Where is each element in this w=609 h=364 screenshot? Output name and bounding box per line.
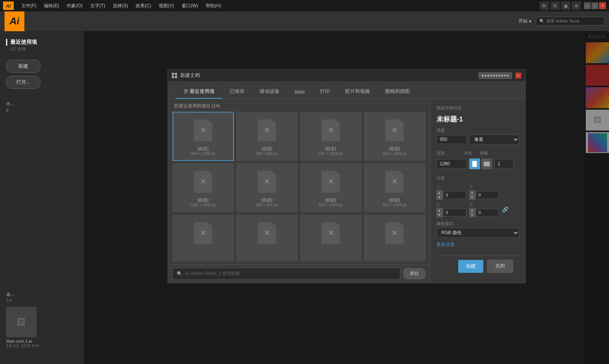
modal-close-x-button[interactable]: × <box>515 72 521 78</box>
main-toolbar: Ai 开始 ▾ 🔍 搜索 Adobe Stock <box>0 11 609 31</box>
bleed-left-stepper: ▲ ▼ <box>436 208 443 217</box>
modal-close-button[interactable]: 关闭 <box>487 260 513 273</box>
tab-illustration[interactable]: 图稿和插图 <box>377 85 417 99</box>
bleed-bottom-input[interactable] <box>476 191 499 199</box>
bleed-top-down[interactable]: ▼ <box>436 195 443 200</box>
template-item-1[interactable]: ✕ [自定] 800 × 800 px <box>236 112 298 161</box>
landscape-button[interactable] <box>481 158 492 169</box>
tab-print[interactable]: 打印 <box>312 85 337 99</box>
modal-title-left: 新建文档 <box>172 72 200 79</box>
template-item-4[interactable]: ✕ [自定] 1200 × 1500 px <box>173 163 234 212</box>
width-row: 像素 <box>436 134 519 144</box>
more-settings-link[interactable]: 更多设置 <box>436 241 519 248</box>
menu-edit[interactable]: 编辑(E) <box>41 2 62 10</box>
svg-rect-0 <box>472 161 477 167</box>
title-bar-right: Br St ▦ ⚙ ─ □ ✕ <box>540 2 606 10</box>
template-label-1: [自定] <box>262 146 272 152</box>
template-size-7: 900 × 1266 px <box>382 203 407 207</box>
template-item-6[interactable]: ✕ [自定] 880 × 1244 px <box>300 163 362 212</box>
stock-search-input[interactable]: 🔍 在 Adobe Stock 上查找模板 <box>173 268 400 279</box>
title-bar: Ai 文件(F) 编辑(E) 对象(O) 文字(T) 选择(S) 效果(C) 视… <box>0 0 609 11</box>
bleed-bottom-up[interactable]: ▲ <box>469 190 475 195</box>
bleed-right-down[interactable]: ▼ <box>469 212 475 217</box>
template-size-5: 690 × 920 px <box>256 203 278 207</box>
bleed-link-icon[interactable]: 🔗 <box>502 206 508 212</box>
bleed-left-down[interactable]: ▼ <box>436 212 443 217</box>
tab-web[interactable]: Web <box>287 86 313 99</box>
start-label: 开始 <box>518 18 527 24</box>
tab-saved[interactable]: 已保存 <box>222 85 252 99</box>
template-item-0[interactable]: ✕ [自定] 950 × 1280 px <box>173 112 234 161</box>
tab-film[interactable]: 胶片和视频 <box>337 85 377 99</box>
template-item-5[interactable]: ✕ [自定] 690 × 920 px <box>236 163 298 212</box>
template-label-6: [自定] <box>325 197 336 203</box>
bleed-left-input[interactable] <box>443 209 466 216</box>
tab-web-label: Web <box>295 89 305 95</box>
sidebar: 最近使用项 CC 文件 新建 打开... 未... 2 金... 5月 🖼 3l… <box>0 31 84 364</box>
open-button[interactable]: 打开... <box>6 76 40 89</box>
menu-object[interactable]: 对象(O) <box>64 2 85 10</box>
template-icon-9: ✕ <box>256 220 278 246</box>
template-item-10[interactable]: ✕ <box>300 214 362 261</box>
template-label-2: [自定] <box>325 146 336 152</box>
width-input[interactable] <box>436 135 467 144</box>
template-item-2[interactable]: ✕ [自定] 720 × 1028 px <box>300 112 362 161</box>
tab-recent[interactable]: ⏱ 最近使用项 <box>176 85 222 99</box>
template-size-0: 950 × 1280 px <box>191 152 215 156</box>
new-button[interactable]: 新建 <box>6 60 40 73</box>
menu-effect[interactable]: 效果(C) <box>133 2 154 10</box>
adobe-stock-search[interactable]: 🔍 搜索 Adobe Stock <box>536 17 604 26</box>
menu-help[interactable]: 帮助(H) <box>203 2 224 10</box>
tab-mobile[interactable]: 移动设备 <box>252 85 287 99</box>
template-item-9[interactable]: ✕ <box>236 214 298 261</box>
minimize-button[interactable]: ─ <box>584 2 591 9</box>
goto-button[interactable]: 前往 <box>403 268 425 279</box>
menu-text[interactable]: 文字(T) <box>87 2 108 10</box>
app-close-button[interactable]: ✕ <box>599 2 606 9</box>
bleed-bottom-down[interactable]: ▼ <box>469 195 475 200</box>
template-item-8[interactable]: ✕ <box>173 214 234 261</box>
template-item-11[interactable]: ✕ <box>364 214 425 261</box>
template-label-3: [自定] <box>389 146 400 152</box>
unit-select[interactable]: 像素 <box>469 134 519 144</box>
bleed-top-up[interactable]: ▲ <box>436 190 443 195</box>
sidebar-recent-item-1[interactable]: 未... <box>6 101 78 107</box>
bleed-right-up[interactable]: ▲ <box>469 208 475 212</box>
color-mode-row: RGB 颜色 <box>436 228 519 238</box>
template-item-3[interactable]: ✕ [自定] 950 × 1449 px <box>364 112 425 161</box>
search-icon: 🔍 <box>539 19 545 24</box>
sidebar-bottom-item: 金... <box>6 291 14 298</box>
menu-select[interactable]: 选择(S) <box>110 2 131 10</box>
template-search-bar: 🔍 在 Adobe Stock 上查找模板 前往 <box>168 264 430 283</box>
bleed-section: 出血 上 ▲ ▼ <box>436 175 519 217</box>
artboard-input[interactable] <box>494 159 513 168</box>
bleed-right-input[interactable] <box>476 209 499 216</box>
portrait-button[interactable] <box>469 158 480 169</box>
sidebar-recent-item-2[interactable]: 2 <box>6 108 78 113</box>
document-name: 未标题-1 <box>436 115 519 124</box>
bleed-top-label: 上 <box>436 184 466 190</box>
height-input[interactable] <box>436 159 467 168</box>
template-icon-1: ✕ <box>256 117 278 144</box>
create-button[interactable]: 创建 <box>458 260 483 273</box>
maximize-button[interactable]: □ <box>591 2 598 9</box>
extra-icon1[interactable]: ▦ <box>561 2 570 10</box>
template-label-5: [自定] <box>262 197 272 203</box>
extra-icon2[interactable]: ⚙ <box>572 2 581 10</box>
stock-icon[interactable]: St <box>550 2 559 10</box>
bridge-icon[interactable]: Br <box>540 2 549 10</box>
tab-illustration-label: 图稿和插图 <box>385 88 410 95</box>
menu-file[interactable]: 文件(F) <box>18 2 39 10</box>
template-icon-10: ✕ <box>319 220 342 246</box>
bleed-top-input[interactable] <box>443 191 466 199</box>
color-mode-select[interactable]: RGB 颜色 <box>436 228 519 238</box>
toolbar-right: 开始 ▾ 🔍 搜索 Adobe Stock <box>518 17 604 26</box>
menu-view[interactable]: 视图(V) <box>156 2 177 10</box>
menu-window[interactable]: 窗口(W) <box>179 2 201 10</box>
modal-body: 您最近使用的项目 (14) ✕ <box>168 99 525 283</box>
start-button[interactable]: 开始 ▾ <box>518 18 531 24</box>
bleed-left-up[interactable]: ▲ <box>436 208 443 212</box>
template-item-7[interactable]: ✕ [自定] 900 × 1266 px <box>364 163 425 212</box>
template-size-2: 720 × 1028 px <box>318 152 343 156</box>
bleed-bottom-label: 下 <box>469 184 499 190</box>
